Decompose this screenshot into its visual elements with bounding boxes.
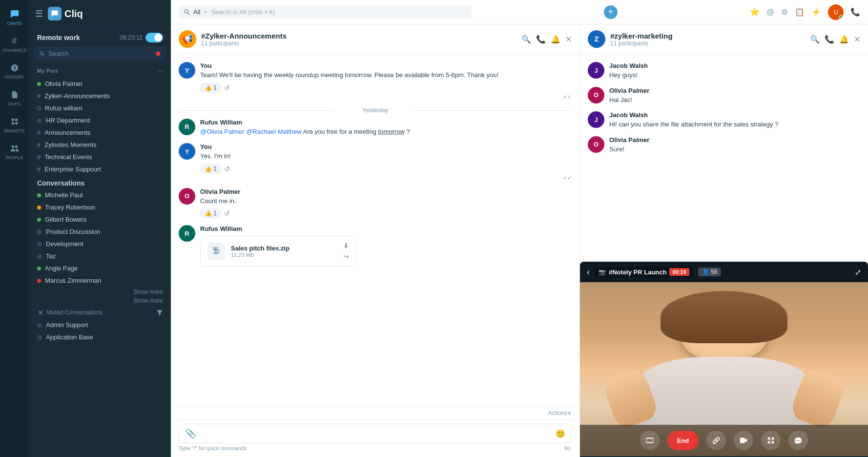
announcements-avatar: 📢 [179, 30, 196, 48]
screen-share-button[interactable] [640, 431, 660, 450]
show-more-button[interactable]: Show more [34, 287, 166, 297]
pin-technical-events[interactable]: # Technical Events [34, 151, 166, 163]
hamburger-icon[interactable]: ☰ [35, 8, 43, 19]
pin-zylnotes-moments[interactable]: # Zylnotes Moments [34, 139, 166, 151]
message-sender: You [200, 62, 572, 69]
message-row: J Jacob Walsh Hey guys! [588, 62, 860, 80]
chat-button[interactable] [788, 431, 808, 450]
conv-angie-page[interactable]: Angie Page [34, 262, 166, 274]
reaction-thumbsup[interactable]: 👍 1 [200, 164, 221, 174]
reaction-thumbsup[interactable]: 👍 1 [200, 208, 221, 218]
end-call-button[interactable]: End [667, 431, 699, 450]
reaction-add-icon[interactable]: ↺ [224, 165, 230, 173]
nav-chats[interactable]: CHATS [0, 4, 29, 31]
bell-icon[interactable]: 🔔 [551, 35, 560, 44]
pin-zylker-announcements[interactable]: # Zylker-Announcements [34, 90, 166, 102]
close-panel-icon[interactable]: ✕ [854, 35, 860, 44]
actions-bar[interactable]: Actions ∨ [171, 406, 579, 419]
pin-item-label: Enterprise Suppourt [44, 166, 101, 173]
nav-history[interactable]: HISTORY [0, 58, 29, 84]
download-icon[interactable]: ⬇ [343, 242, 349, 249]
record-button[interactable] [734, 431, 753, 450]
muted-admin-support[interactable]: ⊙ Admin Support [34, 319, 166, 331]
files-label: FILES [8, 102, 21, 106]
conv-gilbert-bowers[interactable]: Gilbert Bowers [34, 213, 166, 226]
user-avatar[interactable]: U [828, 4, 844, 20]
nav-channels[interactable]: # CHANNELS [0, 31, 29, 58]
marketing-avatar: Z [588, 30, 605, 48]
search-input[interactable] [49, 50, 151, 57]
my-pins-more-icon[interactable]: ··· [158, 68, 163, 74]
expand-video-icon[interactable]: ⤢ [855, 268, 861, 277]
hash-icon: # [37, 129, 41, 136]
nav-widgets[interactable]: WIDGETS [0, 111, 29, 138]
announcements-info: #Zylker-Announcements 11 participants [201, 32, 287, 47]
hash-icon: # [37, 141, 41, 148]
message-input-box[interactable]: 📎 🙂 [179, 424, 572, 443]
show-more-label[interactable]: Show more [34, 297, 166, 304]
conv-tracey-robertson[interactable]: Tracey Robertson [34, 201, 166, 213]
global-search[interactable]: All [179, 5, 472, 19]
mention-icon[interactable]: @ [766, 8, 774, 17]
video-content: End [580, 282, 868, 456]
widgets-icon [9, 116, 20, 127]
bell-icon[interactable]: 🔔 [839, 35, 849, 44]
nav-people[interactable]: PEOPLE [0, 138, 29, 165]
status-dot-green [37, 267, 41, 270]
muted-filter-icon[interactable] [156, 309, 163, 316]
nav-files[interactable]: FILES [0, 84, 29, 111]
message-input[interactable] [200, 430, 552, 437]
actions-label: Actions [548, 410, 567, 416]
status-toggle[interactable] [145, 33, 163, 42]
close-panel-icon[interactable]: ✕ [565, 35, 572, 44]
emoji-icon[interactable]: 🙂 [556, 429, 565, 438]
msg-text-part: Are you free for a meeting [303, 128, 378, 135]
pin-hr-department[interactable]: ⊙ HR Department [34, 114, 166, 126]
conv-development[interactable]: ⊙ Development [34, 238, 166, 250]
channels-icon: # [9, 36, 20, 46]
bolt-icon[interactable]: ⚡ [811, 7, 821, 17]
share-icon[interactable]: ↪ [343, 252, 349, 260]
announcements-header-actions: 🔍 📞 🔔 ✕ [521, 35, 572, 44]
svg-point-0 [156, 51, 160, 56]
conv-michelle-paul[interactable]: Michelle Paul [34, 189, 166, 201]
link-button[interactable] [706, 431, 726, 450]
marketing-header: Z #zylker-marketing 11 participants 🔍 📞 … [580, 24, 868, 54]
conv-item-label: Marcus Zimmerman [45, 277, 102, 284]
app-logo-icon [48, 7, 62, 21]
pin-olivia-palmer[interactable]: Olivia Palmer [34, 78, 166, 90]
message-row: O Olivia Palmer Hai Jac! [588, 87, 860, 105]
clipboard-icon[interactable]: 📋 [795, 7, 805, 17]
video-back-button[interactable]: ‹ [587, 267, 590, 277]
call-icon[interactable]: 📞 [536, 35, 546, 44]
call-icon[interactable]: 📞 [825, 35, 834, 44]
global-search-input[interactable] [211, 8, 467, 16]
pin-announcements[interactable]: # Announcements [34, 126, 166, 139]
reaction-add-icon[interactable]: ↺ [224, 209, 230, 217]
search-chat-icon[interactable]: 🔍 [810, 35, 820, 44]
workspace-name: Remote work [37, 34, 80, 42]
muted-application-base[interactable]: ⊙ Application Base [34, 331, 166, 343]
video-timer: 00:19 [669, 268, 689, 276]
hash-icon: # [37, 166, 41, 173]
search-bar[interactable] [34, 46, 166, 61]
conv-taz[interactable]: ⊙ Taz [34, 250, 166, 262]
message-sender: Olivia Palmer [609, 87, 860, 94]
workspace-time: 08:23:12 [120, 33, 163, 42]
search-chat-icon[interactable]: 🔍 [521, 35, 531, 44]
attachment-icon[interactable]: 📎 [185, 428, 196, 439]
star-icon[interactable]: ⭐ [750, 7, 760, 17]
message-sender: Olivia Palmer [200, 188, 572, 195]
phone-active-icon[interactable]: 📞 [850, 7, 860, 17]
reaction-add-icon[interactable]: ↺ [224, 84, 230, 92]
conv-product-discussion[interactable]: ⊙ Product Discussion [34, 226, 166, 238]
settings-icon[interactable]: ⚙ [781, 7, 788, 17]
message-row: J Jacob Walsh Hi! can you share the file… [588, 111, 860, 129]
fullscreen-button[interactable] [761, 431, 781, 450]
pin-item-label: Olivia Palmer [45, 80, 83, 87]
reaction-thumbsup[interactable]: 👍 1 [200, 83, 221, 93]
pin-rufus-william[interactable]: Rufus william [34, 102, 166, 114]
conv-marcus-zimmerman[interactable]: Marcus Zimmerman [34, 274, 166, 287]
add-conversation-button[interactable]: + [604, 5, 618, 19]
pin-enterprise-suppourt[interactable]: # Enterprise Suppourt [34, 163, 166, 175]
